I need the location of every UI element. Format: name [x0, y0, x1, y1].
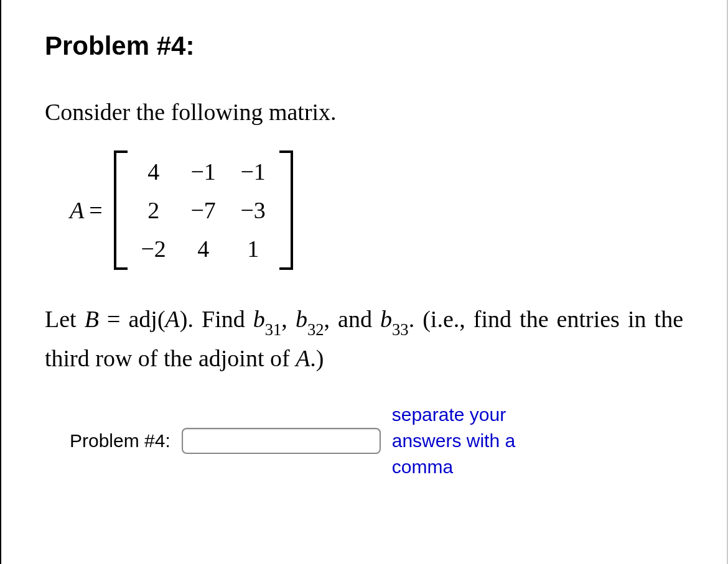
- q-text: Let: [45, 306, 85, 332]
- answer-row: Problem #4: separate your answers with a…: [70, 402, 683, 480]
- left-bracket-icon: [114, 150, 128, 270]
- intro-text: Consider the following matrix.: [45, 98, 683, 126]
- q-text: ). Find: [180, 306, 253, 332]
- matrix-definition: A= 4 −1 −1 2 −7 −3 −2 4 1: [70, 150, 683, 270]
- matrix-cell: 1: [240, 235, 267, 262]
- q-sub: 32: [307, 320, 324, 339]
- q-var-b: b: [296, 306, 307, 332]
- matrix-cell: −3: [240, 196, 267, 224]
- problem-page: Problem #4: Consider the following matri…: [0, 0, 728, 564]
- q-sub: 31: [265, 320, 282, 339]
- matrix-cell: −7: [190, 196, 217, 224]
- question-text: Let B = adj(A). Find b31, b32, and b33. …: [45, 301, 683, 377]
- q-text: , and: [324, 306, 381, 332]
- right-bracket-icon: [279, 150, 293, 270]
- matrix-cell: −2: [140, 235, 167, 262]
- matrix-lhs: A=: [70, 196, 103, 224]
- matrix-cell: 4: [140, 158, 167, 185]
- answer-input[interactable]: [182, 428, 381, 454]
- matrix-grid: 4 −1 −1 2 −7 −3 −2 4 1: [128, 150, 279, 270]
- equals-sign: =: [89, 197, 102, 223]
- q-var-B: B: [85, 306, 99, 332]
- answer-label: Problem #4:: [70, 430, 170, 451]
- q-sub: 33: [392, 320, 409, 339]
- matrix-cell: 2: [140, 196, 167, 224]
- q-text: = adj(: [99, 306, 166, 332]
- q-text: .): [310, 345, 324, 371]
- problem-title: Problem #4:: [45, 31, 683, 61]
- matrix-cell: 4: [190, 235, 217, 262]
- matrix-cell: −1: [240, 158, 267, 185]
- matrix-cell: −1: [190, 158, 217, 185]
- q-var-b: b: [380, 306, 392, 332]
- answer-hint: separate your answers with a comma: [392, 402, 579, 480]
- q-var-b: b: [253, 306, 265, 332]
- q-var-A: A: [166, 306, 180, 332]
- q-text: ,: [281, 306, 296, 332]
- matrix-symbol: A: [70, 197, 84, 223]
- q-var-A: A: [296, 345, 310, 371]
